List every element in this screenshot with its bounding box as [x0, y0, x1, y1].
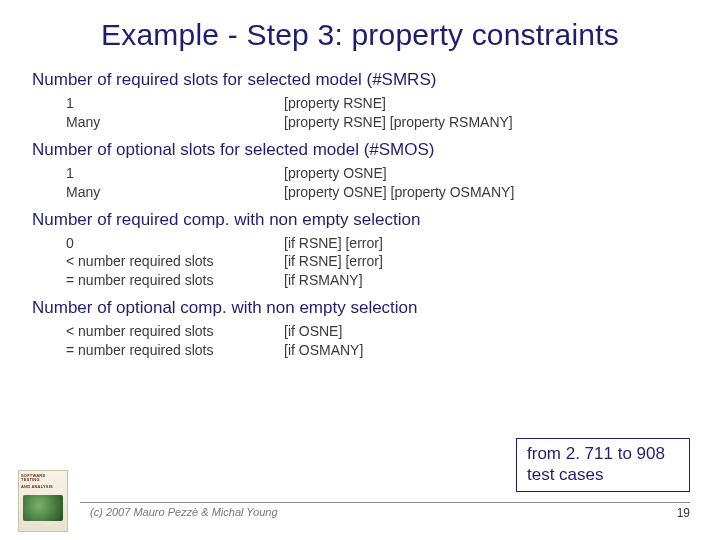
section-heading: Number of optional comp. with non empty …	[32, 298, 688, 318]
section-block: 1 [property OSNE] Many [property OSNE] […	[66, 164, 688, 202]
row-right: [if RSNE] [error]	[284, 234, 688, 253]
data-row: = number required slots [if OSMANY]	[66, 341, 688, 360]
row-left: 0	[66, 234, 284, 253]
section-heading: Number of required slots for selected mo…	[32, 70, 688, 90]
slide: Example - Step 3: property constraints N…	[0, 0, 720, 540]
row-right: [property OSNE]	[284, 164, 688, 183]
row-right: [if RSNE] [error]	[284, 252, 688, 271]
row-left: Many	[66, 183, 284, 202]
section-block: < number required slots [if OSNE] = numb…	[66, 322, 688, 360]
row-right: [property RSNE] [property RSMANY]	[284, 113, 688, 132]
row-right: [property OSNE] [property OSMANY]	[284, 183, 688, 202]
data-row: 1 [property OSNE]	[66, 164, 688, 183]
callout-line: test cases	[527, 464, 679, 485]
row-left: < number required slots	[66, 252, 284, 271]
slide-footer: (c) 2007 Mauro Pezzè & Michal Young 19	[0, 502, 720, 530]
footer-divider	[80, 502, 690, 503]
row-right: [property RSNE]	[284, 94, 688, 113]
row-left: Many	[66, 113, 284, 132]
section-heading: Number of required comp. with non empty …	[32, 210, 688, 230]
row-right: [if RSMANY]	[284, 271, 688, 290]
row-right: [if OSNE]	[284, 322, 688, 341]
row-left: 1	[66, 94, 284, 113]
row-right: [if OSMANY]	[284, 341, 688, 360]
data-row: < number required slots [if OSNE]	[66, 322, 688, 341]
callout-line: from 2. 711 to 908	[527, 443, 679, 464]
section-heading: Number of optional slots for selected mo…	[32, 140, 688, 160]
data-row: 1 [property RSNE]	[66, 94, 688, 113]
callout-box: from 2. 711 to 908 test cases	[516, 438, 690, 493]
footer-copyright: (c) 2007 Mauro Pezzè & Michal Young	[90, 506, 278, 518]
data-row: 0 [if RSNE] [error]	[66, 234, 688, 253]
row-left: = number required slots	[66, 271, 284, 290]
data-row: < number required slots [if RSNE] [error…	[66, 252, 688, 271]
row-left: 1	[66, 164, 284, 183]
page-number: 19	[677, 506, 690, 520]
row-left: < number required slots	[66, 322, 284, 341]
data-row: Many [property OSNE] [property OSMANY]	[66, 183, 688, 202]
row-left: = number required slots	[66, 341, 284, 360]
book-title-line: AND ANALYSIS	[19, 482, 67, 489]
data-row: = number required slots [if RSMANY]	[66, 271, 688, 290]
data-row: Many [property RSNE] [property RSMANY]	[66, 113, 688, 132]
section-block: 1 [property RSNE] Many [property RSNE] […	[66, 94, 688, 132]
section-block: 0 [if RSNE] [error] < number required sl…	[66, 234, 688, 291]
slide-title: Example - Step 3: property constraints	[32, 18, 688, 52]
book-title-line: SOFTWARE TESTING	[19, 471, 67, 482]
